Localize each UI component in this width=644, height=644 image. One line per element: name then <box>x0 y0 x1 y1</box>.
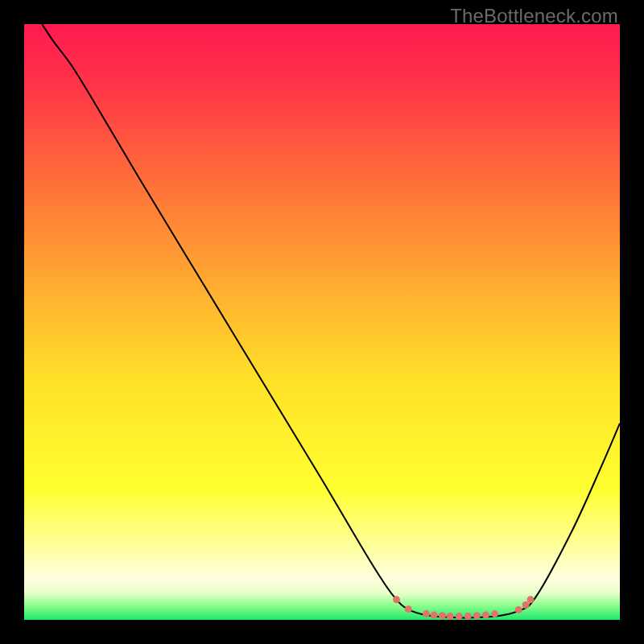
valley-marker <box>464 613 472 620</box>
valley-marker <box>473 612 481 619</box>
valley-marker <box>527 596 535 603</box>
valley-marker <box>482 612 489 619</box>
valley-marker <box>405 605 412 613</box>
valley-marker <box>456 613 463 620</box>
valley-marker <box>431 612 438 619</box>
valley-marker <box>491 610 498 617</box>
valley-marker <box>423 610 430 617</box>
valley-marker <box>439 612 446 619</box>
valley-marker <box>447 613 454 620</box>
valley-marker <box>393 596 400 603</box>
bottleneck-chart <box>24 24 620 620</box>
valley-marker <box>515 606 522 613</box>
gradient-background <box>24 24 620 620</box>
chart-frame <box>24 24 620 620</box>
